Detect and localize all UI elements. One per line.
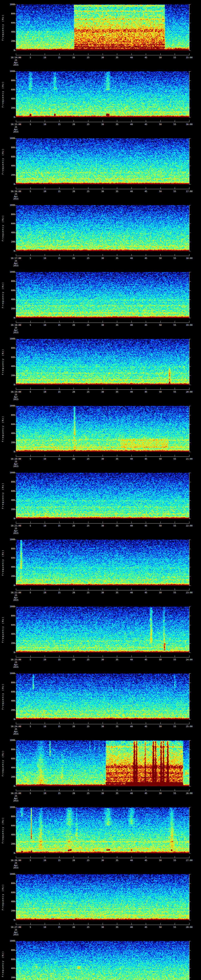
y-tick-label: 400 <box>1 31 15 33</box>
x-tick-label: 15 <box>58 190 61 192</box>
y-tick-mark-right <box>189 807 191 808</box>
x-start-label: 16:19:00 <box>11 391 21 393</box>
plot-right-border <box>189 5 190 50</box>
x-tick-mark <box>131 789 132 791</box>
y-tick-mark-right <box>189 157 191 157</box>
x-tick-mark <box>189 856 190 858</box>
spectrogram-canvas <box>16 740 189 786</box>
x-tick-label: 30 <box>101 391 104 393</box>
x-tick-mark <box>146 53 146 55</box>
x-tick-mark <box>146 923 146 925</box>
x-tick-label: 50 <box>159 190 161 192</box>
y-tick-label: 800 <box>1 13 15 15</box>
x-tick-label: 50 <box>159 123 161 126</box>
x-tick-label: 25 <box>87 190 89 192</box>
spectrogram-canvas <box>16 807 189 853</box>
y-axis-title: Frequency (Hz) <box>2 683 4 710</box>
x-tick-label: 5 <box>30 792 31 795</box>
x-tick-mark <box>160 53 161 55</box>
x-tick-label: 45 <box>145 859 147 862</box>
x-tick-mark <box>160 321 161 323</box>
x-tick-label: 40 <box>130 926 133 929</box>
y-tick-mark-right <box>189 41 191 41</box>
y-axis-title: Frequency (Hz) <box>2 884 4 910</box>
x-tick-mark <box>146 187 146 189</box>
x-tick-mark <box>117 589 117 590</box>
x-tick-label: 40 <box>130 792 133 795</box>
y-tick-label: 200 <box>1 174 15 176</box>
spectrogram-panel: Frequency (Hz)02004006008001000510152025… <box>0 134 201 201</box>
y-tick-label: 200 <box>1 642 15 644</box>
x-end-label: 20:00 <box>186 391 192 393</box>
x-tick-label: 25 <box>87 592 89 594</box>
x-tick-label: 10 <box>43 391 46 393</box>
x-end-label: 25:00 <box>186 725 192 728</box>
x-tick-mark <box>189 120 190 122</box>
x-tick-label: 15 <box>58 391 61 393</box>
x-tick-label: 45 <box>145 592 147 594</box>
x-tick-mark <box>146 254 146 256</box>
y-tick-label: 600 <box>1 356 15 358</box>
y-tick-label: 400 <box>1 98 15 100</box>
y-axis-title: Frequency (Hz) <box>2 951 4 977</box>
y-tick-mark-left <box>14 14 16 14</box>
y-tick-mark-right <box>189 175 191 175</box>
y-tick-label: 0 <box>1 919 15 921</box>
y-tick-mark-right <box>189 433 191 434</box>
x-tick-mark <box>73 856 74 858</box>
x-tick-label: 50 <box>159 659 161 661</box>
y-tick-label: 800 <box>1 347 15 349</box>
y-tick-mark-left <box>14 175 16 175</box>
x-end-label: 27:00 <box>186 859 192 862</box>
y-tick-mark-left <box>14 759 16 759</box>
x-start-label: 16:26:00 <box>11 859 21 862</box>
y-tick-mark-left <box>14 348 16 348</box>
plot-right-border <box>189 673 190 719</box>
y-tick-mark-right <box>189 385 191 385</box>
y-tick-mark-right <box>189 682 191 683</box>
y-tick-label: 200 <box>1 441 15 444</box>
y-tick-mark-left <box>14 567 16 567</box>
x-tick-label: 10 <box>43 458 46 460</box>
y-tick-label: 400 <box>1 834 15 836</box>
x-tick-mark <box>131 388 132 390</box>
y-tick-label: 400 <box>1 566 15 568</box>
x-end-label: 19:00 <box>186 324 192 326</box>
x-tick-label: 30 <box>101 926 104 929</box>
x-tick-label: 35 <box>116 525 118 527</box>
x-tick-mark <box>131 455 132 457</box>
y-axis-title: Frequency (Hz) <box>2 148 4 175</box>
x-tick-label: 15 <box>58 659 61 661</box>
x-start-label: 16:20:00 <box>11 458 21 460</box>
x-tick-label: 25 <box>87 123 89 126</box>
x-tick-label: 30 <box>101 725 104 728</box>
x-tick-mark <box>189 53 190 55</box>
plot-right-border <box>189 607 190 652</box>
y-tick-mark-left <box>14 816 16 817</box>
x-tick-mark <box>73 388 74 390</box>
x-tick-label: 35 <box>116 190 118 192</box>
x-tick-label: 10 <box>43 324 46 326</box>
x-tick-label: 20 <box>72 257 75 259</box>
x-tick-mark <box>160 789 161 791</box>
y-tick-label: 1000 <box>1 405 15 407</box>
x-tick-mark <box>73 722 74 724</box>
date-line: 2015 <box>13 599 19 601</box>
y-tick-mark-right <box>189 911 191 911</box>
y-tick-label: 1000 <box>1 672 15 675</box>
y-tick-label: 200 <box>1 307 15 310</box>
spectrogram-panel: Frequency (Hz)02004006008001000510152025… <box>0 334 201 401</box>
x-tick-label: 55 <box>174 525 176 527</box>
spectrogram-canvas <box>16 339 189 385</box>
spectrogram-canvas <box>16 272 189 318</box>
x-tick-label: 55 <box>174 458 176 460</box>
y-tick-mark-left <box>14 375 16 376</box>
y-axis-title: Frequency (Hz) <box>2 750 4 776</box>
x-tick-label: 45 <box>145 458 147 460</box>
x-tick-label: 45 <box>145 391 147 393</box>
y-tick-label: 800 <box>1 949 15 951</box>
y-tick-label: 600 <box>1 223 15 225</box>
x-tick-label: 35 <box>116 458 118 460</box>
date-line: 2015 <box>13 265 19 267</box>
y-tick-mark-right <box>189 442 191 443</box>
